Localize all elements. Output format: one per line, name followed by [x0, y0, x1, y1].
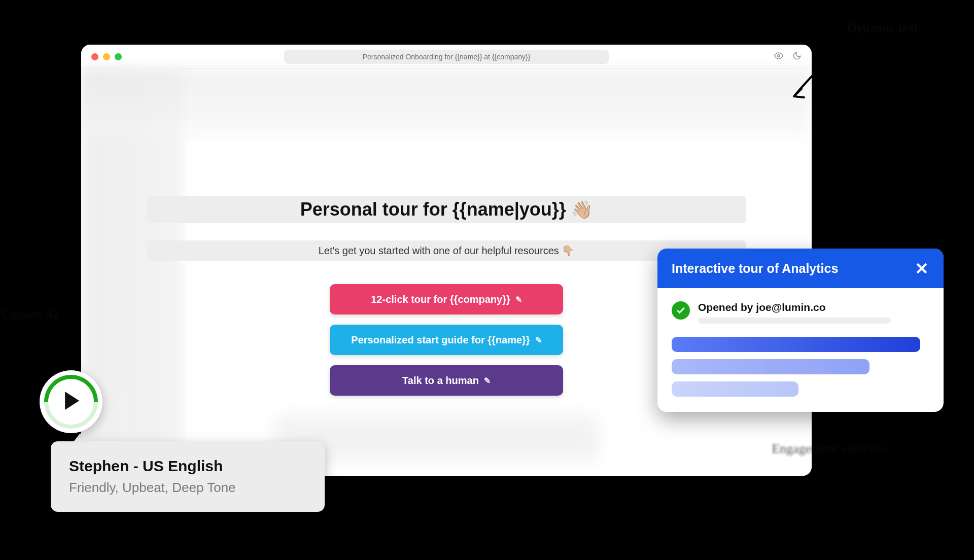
voice-tooltip: Stephen - US English Friendly, Upbeat, D… [51, 441, 325, 512]
hero-title: Personal tour for {{name|you}} [300, 199, 566, 220]
cta-stack: 12-click tour for {{company}} ✎ Personal… [330, 284, 563, 396]
minimize-window-button[interactable] [103, 53, 110, 60]
opened-by-text: Opened by joe@lumin.co [698, 301, 891, 313]
close-button[interactable] [914, 261, 929, 276]
svg-point-0 [778, 54, 780, 57]
pencil-icon: ✎ [535, 335, 542, 345]
analytics-header: Interactive tour of Analytics [657, 249, 944, 288]
play-icon [65, 392, 79, 410]
hero-title-container: Personal tour for {{name|you}} 👋🏼 [147, 196, 746, 223]
cta-tour-button[interactable]: 12-click tour for {{company}} ✎ [330, 284, 563, 314]
annotation-dynamic-text: Dynamic text [847, 20, 918, 36]
pencil-icon: ✎ [484, 376, 491, 386]
analytics-body: Opened by joe@lumin.co [657, 288, 944, 412]
opened-row: Opened by joe@lumin.co [672, 301, 929, 324]
close-window-button[interactable] [91, 53, 98, 60]
voice-name: Stephen - US English [69, 458, 306, 475]
opened-sub-placeholder [698, 318, 891, 324]
analytics-bar-2 [672, 359, 869, 374]
close-icon [914, 261, 929, 276]
cta-guide-button[interactable]: Personalized start guide for {{name}} ✎ [330, 325, 563, 355]
hero-subtitle: Let's get you started with one of our he… [147, 240, 746, 261]
maximize-window-button[interactable] [115, 53, 122, 60]
wave-emoji-icon: 👋🏼 [571, 200, 593, 219]
cta-human-button[interactable]: Talk to a human ✎ [330, 365, 563, 396]
blurred-header [81, 69, 812, 135]
analytics-title: Interactive tour of Analytics [672, 261, 838, 276]
play-button[interactable] [40, 370, 102, 433]
titlebar: Personalized Onboarding for {{name}} at … [81, 45, 812, 69]
annotation-custom-ai: Custom AI [1, 307, 58, 322]
analytics-bar-3 [672, 381, 798, 397]
arrow-icon [786, 61, 832, 107]
check-icon [672, 301, 690, 320]
voice-description: Friendly, Upbeat, Deep Tone [69, 480, 306, 496]
analytics-bar-1 [672, 337, 920, 352]
hero-section: Personal tour for {{name|you}} 👋🏼 Let's … [147, 196, 746, 396]
annotation-engagement: Engagement analytics [772, 441, 888, 457]
analytics-popup: Interactive tour of Analytics Opened by … [657, 249, 944, 412]
traffic-lights [91, 53, 122, 60]
cta-human-label: Talk to a human [402, 375, 479, 387]
address-bar[interactable]: Personalized Onboarding for {{name}} at … [284, 50, 609, 64]
cta-tour-label: 12-click tour for {{company}} [371, 294, 510, 305]
pencil-icon: ✎ [515, 295, 522, 304]
cta-guide-label: Personalized start guide for {{name}} [351, 334, 530, 346]
eye-icon[interactable] [774, 51, 783, 62]
